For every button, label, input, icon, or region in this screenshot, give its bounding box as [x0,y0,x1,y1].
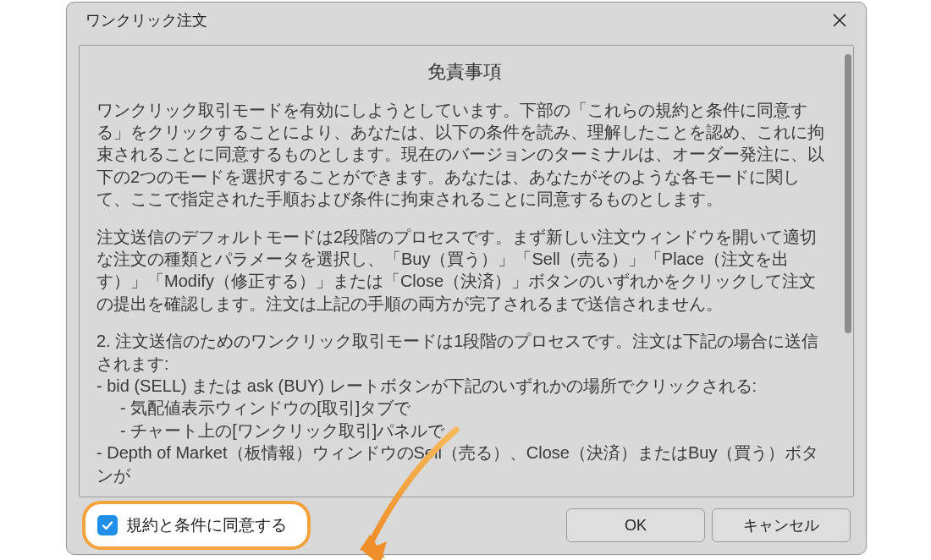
one-click-order-dialog: ワンクリック注文 免責事項 ワンクリック取引モードを有効にしようとしています。下… [66,2,867,555]
close-icon [832,13,847,28]
scrollbar-thumb[interactable] [845,54,851,333]
agree-highlight: 規約と条件に同意する [82,501,311,550]
content-area: 免責事項 ワンクリック取引モードを有効にしようとしています。下部の「これらの規約… [67,38,866,497]
svg-marker-4 [363,541,387,560]
check-icon [101,519,114,532]
disclaimer-heading: 免責事項 [96,59,833,84]
svg-marker-2 [361,538,382,557]
disclaimer-list-subitem: - チャート上の[ワンクリック取引]パネルで [120,420,833,442]
disclaimer-text: 免責事項 ワンクリック取引モードを有効にしようとしています。下部の「これらの規約… [96,59,833,486]
disclaimer-list-item: - bid (SELL) または ask (BUY) レートボタンが下記のいずれ… [96,375,833,397]
svg-marker-3 [360,535,385,558]
agree-checkbox[interactable] [97,515,118,535]
titlebar: ワンクリック注文 [67,3,866,38]
dialog-footer: 規約と条件に同意する OK キャンセル [67,497,866,554]
ok-button[interactable]: OK [566,508,705,542]
disclaimer-list-subitem: - 気配値表示ウィンドウの[取引]タブで [120,397,833,419]
disclaimer-list-item: - Depth of Market（板情報）ウィンドウのSell（売る）、Clo… [96,442,833,486]
cancel-button[interactable]: キャンセル [712,508,851,542]
dialog-title: ワンクリック注文 [85,10,207,30]
agree-label: 規約と条件に同意する [126,514,287,536]
disclaimer-paragraph: 注文送信のデフォルトモードは2段階のプロセスです。まず新しい注文ウィンドウを開い… [96,226,833,316]
disclaimer-paragraph: ワンクリック取引モードを有効にしようとしています。下部の「これらの規約と条件に同… [96,99,833,211]
close-button[interactable] [825,6,854,35]
disclaimer-paragraph: 2. 注文送信のためのワンクリック取引モードは1段階のプロセスです。注文は下記の… [96,330,833,375]
disclaimer-panel: 免責事項 ワンクリック取引モードを有効にしようとしています。下部の「これらの規約… [79,45,854,497]
